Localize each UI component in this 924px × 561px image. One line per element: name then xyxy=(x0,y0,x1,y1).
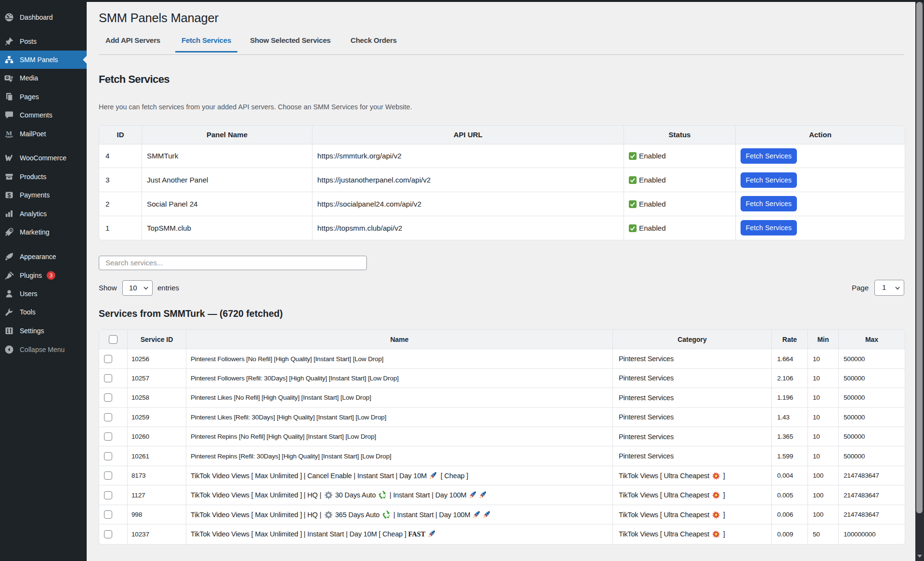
svg-text:M: M xyxy=(6,130,12,137)
svg-text:$: $ xyxy=(7,192,11,199)
